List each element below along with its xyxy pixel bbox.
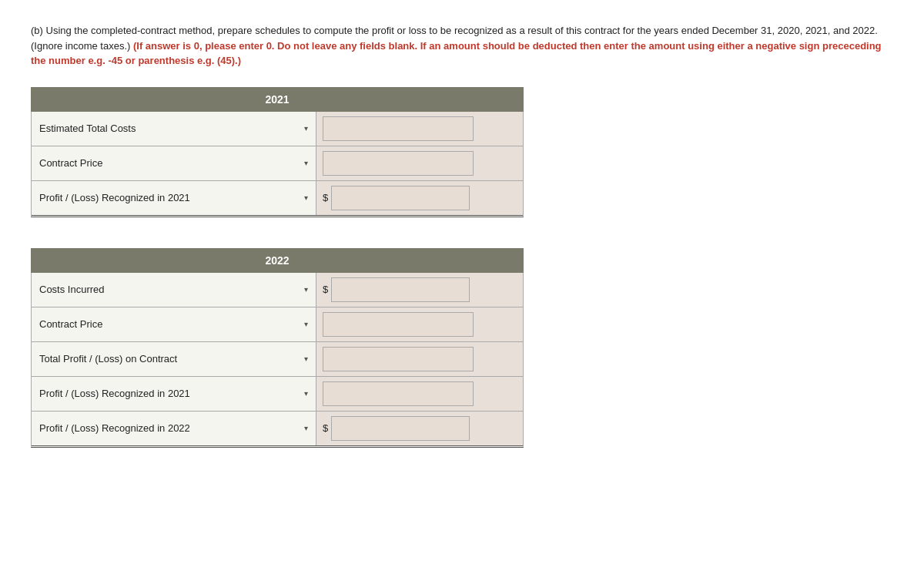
input-area-estimated-total-costs-2021 xyxy=(316,112,523,146)
label-text: Profit / (Loss) Recognized in 2021 xyxy=(39,192,190,203)
row-label-costs-incurred-2022: Costs Incurred ▾ xyxy=(32,273,316,307)
intro-text-warning: (If answer is 0, please enter 0. Do not … xyxy=(31,40,882,67)
chevron-icon[interactable]: ▾ xyxy=(304,389,308,398)
section-2022-header: 2022 xyxy=(31,248,524,273)
chevron-icon[interactable]: ▾ xyxy=(304,159,308,167)
row-label-contract-price-2022: Contract Price ▾ xyxy=(32,307,316,341)
input-area-costs-incurred-2022: $ xyxy=(316,273,523,307)
chevron-icon[interactable]: ▾ xyxy=(304,424,308,432)
input-total-profit-loss-2022[interactable] xyxy=(323,347,474,371)
input-profit-loss-recognized-2021-in-2022[interactable] xyxy=(323,381,474,406)
input-contract-price-2021[interactable] xyxy=(323,151,474,176)
intro-paragraph: (b) Using the completed-contract method,… xyxy=(31,23,893,69)
row-costs-incurred-2022: Costs Incurred ▾ $ xyxy=(31,273,524,307)
dollar-sign: $ xyxy=(323,422,328,434)
section-2021-header: 2021 xyxy=(31,87,524,112)
label-text: Costs Incurred xyxy=(39,284,105,295)
row-contract-price-2022: Contract Price ▾ xyxy=(31,307,524,342)
row-label-profit-loss-2021: Profit / (Loss) Recognized in 2021 ▾ xyxy=(32,181,316,215)
row-label-contract-price-2021: Contract Price ▾ xyxy=(32,146,316,180)
label-text: Total Profit / (Loss) on Contract xyxy=(39,353,177,365)
chevron-icon[interactable]: ▾ xyxy=(304,285,308,294)
row-label-estimated-total-costs-2021: Estimated Total Costs ▾ xyxy=(32,112,316,146)
chevron-icon[interactable]: ▾ xyxy=(304,193,308,202)
dollar-sign: $ xyxy=(323,284,328,295)
label-text: Profit / (Loss) Recognized in 2022 xyxy=(39,422,190,434)
label-text: Estimated Total Costs xyxy=(39,123,136,134)
label-text: Profit / (Loss) Recognized in 2021 xyxy=(39,388,190,399)
row-estimated-total-costs-2021: Estimated Total Costs ▾ xyxy=(31,112,524,146)
section-2021: 2021 Estimated Total Costs ▾ Contract Pr… xyxy=(31,87,524,217)
input-area-contract-price-2021 xyxy=(316,146,523,180)
row-profit-loss-recognized-2021-in-2022: Profit / (Loss) Recognized in 2021 ▾ xyxy=(31,377,524,412)
input-costs-incurred-2022[interactable] xyxy=(331,277,470,302)
input-area-profit-loss-recognized-2022: $ xyxy=(316,412,523,445)
chevron-icon[interactable]: ▾ xyxy=(304,354,308,363)
row-label-profit-loss-recognized-2021-in-2022: Profit / (Loss) Recognized in 2021 ▾ xyxy=(32,377,316,411)
row-contract-price-2021: Contract Price ▾ xyxy=(31,146,524,181)
input-area-total-profit-loss-2022 xyxy=(316,342,523,376)
input-profit-loss-recognized-2022[interactable] xyxy=(331,416,470,441)
row-profit-loss-2021: Profit / (Loss) Recognized in 2021 ▾ $ xyxy=(31,181,524,217)
section-2022: 2022 Costs Incurred ▾ $ Contract Price ▾… xyxy=(31,248,524,448)
input-estimated-total-costs-2021[interactable] xyxy=(323,116,474,141)
row-total-profit-loss-2022: Total Profit / (Loss) on Contract ▾ xyxy=(31,342,524,377)
chevron-icon[interactable]: ▾ xyxy=(304,124,308,133)
input-area-profit-loss-2021: $ xyxy=(316,181,523,215)
row-label-profit-loss-recognized-2022: Profit / (Loss) Recognized in 2022 ▾ xyxy=(32,412,316,445)
label-text: Contract Price xyxy=(39,157,102,169)
row-label-total-profit-loss-2022: Total Profit / (Loss) on Contract ▾ xyxy=(32,342,316,376)
input-area-profit-loss-recognized-2021-in-2022 xyxy=(316,377,523,411)
label-text: Contract Price xyxy=(39,318,102,330)
dollar-sign: $ xyxy=(323,192,328,203)
chevron-icon[interactable]: ▾ xyxy=(304,320,308,328)
input-contract-price-2022[interactable] xyxy=(323,312,474,337)
row-profit-loss-recognized-2022: Profit / (Loss) Recognized in 2022 ▾ $ xyxy=(31,412,524,448)
input-profit-loss-2021[interactable] xyxy=(331,186,470,210)
input-area-contract-price-2022 xyxy=(316,307,523,341)
